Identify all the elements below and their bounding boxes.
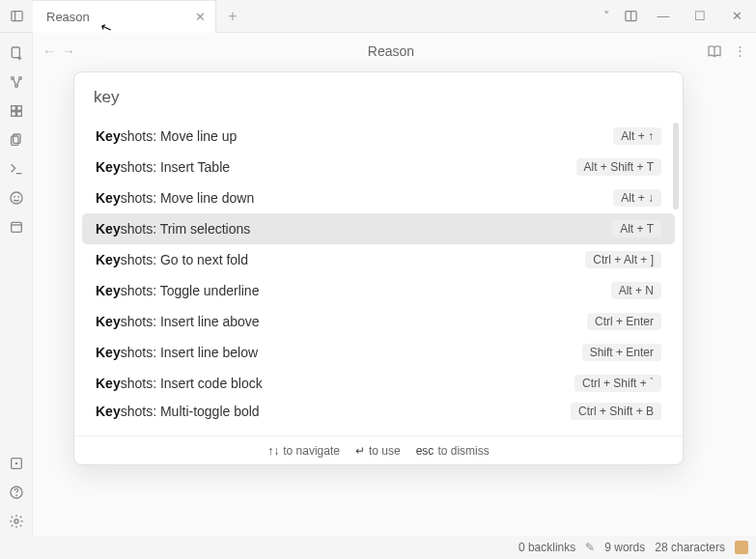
palette-item-shortcut: Alt + ↑ bbox=[613, 127, 661, 145]
file-plus-icon[interactable] bbox=[0, 39, 33, 68]
palette-item-label: Keyshots: Move line down bbox=[96, 190, 254, 206]
svg-point-21 bbox=[17, 196, 18, 197]
palette-item-label: Keyshots: Multi-toggle bold bbox=[96, 404, 260, 419]
svg-point-28 bbox=[14, 519, 18, 523]
editor-topbar: ← → Reason ⋮ bbox=[33, 33, 756, 70]
palette-item-shortcut: Ctrl + Alt + ] bbox=[585, 251, 661, 268]
palette-item[interactable]: Keyshots: Move line downAlt + ↓ bbox=[82, 182, 675, 213]
status-heatmap-icon[interactable] bbox=[735, 541, 748, 554]
window-maximize-button[interactable]: ☐ bbox=[688, 9, 712, 23]
tab-add-button[interactable]: + bbox=[216, 8, 249, 25]
svg-rect-22 bbox=[11, 222, 21, 232]
svg-rect-12 bbox=[11, 106, 15, 111]
sidebar-toggle-icon[interactable] bbox=[0, 9, 33, 23]
terminal-icon[interactable] bbox=[0, 154, 33, 183]
window-minimize-button[interactable]: — bbox=[652, 9, 675, 23]
palette-item-shortcut: Ctrl + Enter bbox=[587, 313, 661, 330]
svg-rect-4 bbox=[12, 47, 19, 58]
palette-item-shortcut: Ctrl + Shift + B bbox=[571, 403, 661, 420]
nav-back-icon[interactable]: ← bbox=[42, 43, 56, 59]
svg-point-27 bbox=[15, 495, 16, 496]
tab-reason[interactable]: Reason ✕ bbox=[33, 0, 216, 33]
document-title: Reason bbox=[75, 43, 707, 59]
status-words[interactable]: 9 words bbox=[604, 541, 645, 554]
palette-item-label: Keyshots: Insert line below bbox=[96, 345, 258, 360]
calendar-icon[interactable] bbox=[0, 212, 33, 241]
svg-rect-0 bbox=[11, 12, 21, 21]
hint-use: ↵to use bbox=[355, 444, 401, 458]
palette-item-label: Keyshots: Go to next fold bbox=[96, 252, 248, 267]
command-palette: Keyshots: Move line upAlt + ↑Keyshots: I… bbox=[73, 71, 684, 465]
palette-item[interactable]: Keyshots: Trim selectionsAlt + T bbox=[82, 213, 675, 244]
palette-item-label: Keyshots: Toggle underline bbox=[96, 283, 259, 298]
svg-point-20 bbox=[14, 196, 14, 197]
palette-search-input[interactable] bbox=[94, 88, 663, 107]
palette-item[interactable]: Keyshots: Insert TableAlt + Shift + T bbox=[82, 152, 675, 182]
palette-item[interactable]: Keyshots: Move line upAlt + ↑ bbox=[82, 121, 675, 152]
chevron-down-icon[interactable]: ˅ bbox=[603, 9, 610, 23]
vault-icon[interactable] bbox=[0, 449, 33, 478]
status-characters[interactable]: 28 characters bbox=[655, 541, 725, 554]
titlebar-controls: ˅ — ☐ ✕ bbox=[603, 9, 756, 23]
palette-item-label: Keyshots: Trim selections bbox=[96, 221, 250, 237]
graph-icon[interactable] bbox=[0, 68, 33, 97]
palette-item-label: Keyshots: Move line up bbox=[96, 128, 237, 144]
palette-item-label: Keyshots: Insert code block bbox=[96, 376, 263, 391]
palette-item[interactable]: Keyshots: Insert code blockCtrl + Shift … bbox=[82, 368, 675, 399]
scrollbar[interactable] bbox=[673, 123, 679, 210]
svg-line-10 bbox=[13, 79, 15, 85]
svg-rect-15 bbox=[16, 112, 21, 117]
tab-close-icon[interactable]: ✕ bbox=[195, 10, 206, 24]
palette-footer: ↑↓to navigate ↵to use escto dismiss bbox=[74, 435, 683, 464]
window-close-button[interactable]: ✕ bbox=[725, 9, 748, 23]
files-icon[interactable] bbox=[0, 126, 33, 154]
svg-line-11 bbox=[16, 79, 19, 85]
palette-item-label: Keyshots: Insert line above bbox=[96, 314, 260, 329]
svg-point-9 bbox=[14, 85, 17, 88]
status-backlinks[interactable]: 0 backlinks bbox=[518, 541, 575, 554]
svg-rect-14 bbox=[11, 112, 15, 117]
hint-navigate: ↑↓to navigate bbox=[267, 444, 340, 458]
smile-icon[interactable] bbox=[0, 183, 33, 212]
palette-item-shortcut: Alt + ↓ bbox=[613, 189, 661, 207]
palette-item-shortcut: Alt + N bbox=[611, 282, 661, 299]
svg-point-25 bbox=[15, 462, 16, 463]
nav-forward-icon[interactable]: → bbox=[62, 43, 75, 59]
palette-item[interactable]: Keyshots: Go to next foldCtrl + Alt + ] bbox=[82, 244, 675, 275]
palette-item[interactable]: Keyshots: Insert line aboveCtrl + Enter bbox=[82, 306, 675, 337]
palette-item-label: Keyshots: Insert Table bbox=[96, 159, 230, 175]
palette-results: Keyshots: Move line upAlt + ↑Keyshots: I… bbox=[74, 117, 683, 435]
palette-item-shortcut: Shift + Enter bbox=[582, 344, 661, 361]
grid-icon[interactable] bbox=[0, 97, 33, 126]
status-bar: 0 backlinks ✎ 9 words 28 characters bbox=[0, 536, 756, 559]
left-toolbar bbox=[0, 33, 33, 536]
more-icon[interactable]: ⋮ bbox=[734, 43, 746, 59]
edit-icon[interactable]: ✎ bbox=[585, 541, 595, 554]
help-icon[interactable] bbox=[0, 478, 33, 507]
palette-item-shortcut: Alt + T bbox=[612, 220, 661, 238]
palette-item-shortcut: Ctrl + Shift + ` bbox=[574, 375, 661, 392]
hint-dismiss: escto dismiss bbox=[416, 444, 490, 458]
svg-point-19 bbox=[11, 192, 22, 204]
reading-mode-icon[interactable] bbox=[707, 43, 722, 59]
svg-rect-13 bbox=[16, 106, 21, 111]
split-view-icon[interactable] bbox=[624, 9, 638, 23]
settings-icon[interactable] bbox=[0, 507, 33, 536]
palette-item[interactable]: Keyshots: Multi-toggle boldCtrl + Shift … bbox=[82, 399, 675, 424]
palette-item[interactable]: Keyshots: Insert line belowShift + Enter bbox=[82, 337, 675, 368]
titlebar: Reason ✕ + ˅ — ☐ ✕ bbox=[0, 0, 756, 33]
palette-item-shortcut: Alt + Shift + T bbox=[576, 158, 661, 176]
palette-item[interactable]: Keyshots: Toggle underlineAlt + N bbox=[82, 275, 675, 306]
tab-title: Reason bbox=[46, 10, 90, 24]
